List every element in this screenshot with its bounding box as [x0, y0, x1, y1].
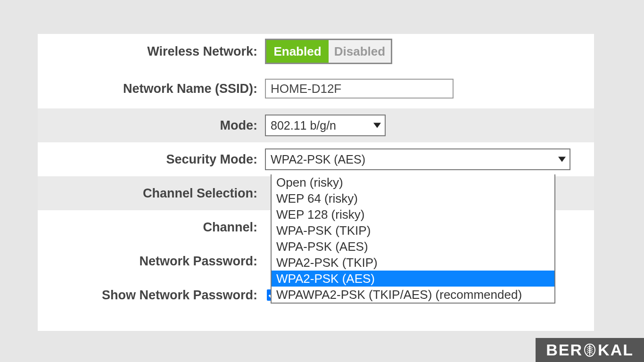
chevron-down-icon	[558, 157, 566, 162]
label-ssid: Network Name (SSID):	[38, 82, 264, 96]
security-option[interactable]: Open (risky)	[272, 174, 554, 190]
mode-select[interactable]: 802.11 b/g/n	[265, 115, 386, 136]
ssid-input[interactable]	[265, 79, 454, 99]
watermark-badge: BER KAL	[536, 338, 644, 362]
wireless-disabled-button[interactable]: Disabled	[329, 40, 391, 63]
security-option[interactable]: WPA2-PSK (TKIP)	[272, 255, 554, 271]
label-mode: Mode:	[38, 118, 264, 133]
security-option[interactable]: WPA2-PSK (AES)	[272, 271, 554, 287]
row-security-mode: Security Mode: WPA2-PSK (AES)	[38, 142, 594, 176]
security-option[interactable]: WPAWPA2-PSK (TKIP/AES) (recommended)	[272, 287, 554, 303]
security-option[interactable]: WEP 64 (risky)	[272, 190, 554, 206]
label-channel-selection: Channel Selection:	[38, 186, 264, 201]
row-ssid: Network Name (SSID):	[38, 69, 594, 108]
label-wireless-network: Wireless Network:	[38, 44, 264, 59]
wireless-toggle[interactable]: Enabled Disabled	[265, 39, 392, 64]
row-wireless-network: Wireless Network: Enabled Disabled	[38, 34, 594, 69]
security-option[interactable]: WEP 128 (risky)	[272, 206, 554, 222]
chevron-down-icon	[373, 123, 381, 128]
watermark-text-right: KAL	[598, 341, 634, 359]
security-mode-dropdown[interactable]: Open (risky)WEP 64 (risky)WEP 128 (risky…	[271, 174, 555, 304]
wireless-enabled-button[interactable]: Enabled	[266, 40, 329, 63]
mode-select-value: 802.11 b/g/n	[271, 119, 336, 132]
security-mode-value: WPA2-PSK (AES)	[271, 153, 365, 166]
watermark-text-left: BER	[546, 341, 583, 359]
label-channel: Channel:	[38, 220, 264, 235]
brain-icon	[583, 343, 597, 357]
security-option[interactable]: WPA-PSK (AES)	[272, 239, 554, 255]
label-security-mode: Security Mode:	[38, 152, 264, 167]
wireless-settings-panel: Wireless Network: Enabled Disabled Netwo…	[38, 34, 594, 331]
label-show-password: Show Network Password:	[38, 288, 264, 303]
row-mode: Mode: 802.11 b/g/n	[38, 108, 594, 142]
security-option[interactable]: WPA-PSK (TKIP)	[272, 222, 554, 239]
security-mode-select[interactable]: WPA2-PSK (AES)	[265, 148, 570, 170]
label-network-password: Network Password:	[38, 254, 264, 269]
